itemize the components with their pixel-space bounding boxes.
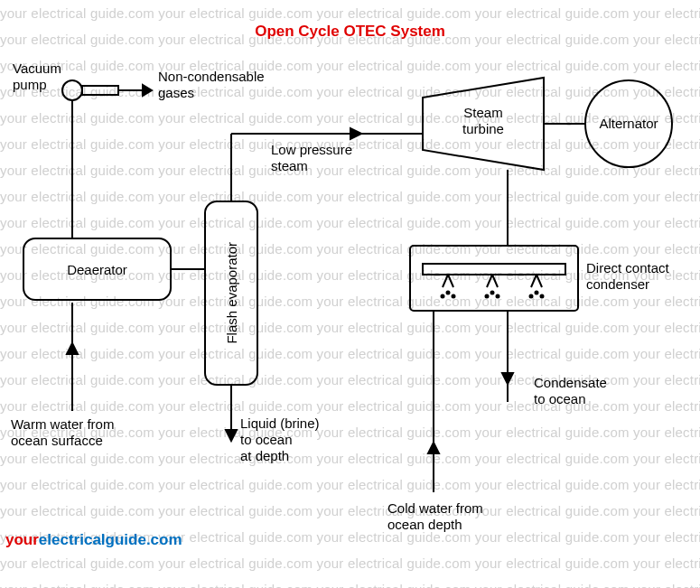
label-liquid-brine: Liquid (brine) to ocean at depth (240, 415, 320, 464)
site-watermark: yourelectricalguide.com (5, 531, 182, 549)
svg-rect-17 (410, 246, 578, 311)
svg-text:turbine: turbine (462, 121, 504, 136)
svg-point-26 (530, 295, 533, 298)
label-low-pressure-steam: Low pressure steam (271, 142, 352, 174)
svg-marker-31 (428, 443, 439, 453)
svg-text:Alternator: Alternator (599, 116, 658, 131)
site-prefix: your (5, 531, 39, 548)
diagram-title: Open Cycle OTEC System (0, 23, 700, 41)
svg-marker-6 (67, 343, 78, 354)
svg-marker-3 (143, 85, 152, 96)
svg-marker-10 (350, 128, 361, 139)
svg-marker-29 (502, 373, 513, 384)
svg-point-20 (442, 295, 444, 298)
label-warm-water: Warm water from ocean surfacce (11, 416, 114, 449)
flash-evaporator-text: Flash evaporator (224, 242, 239, 344)
label-non-condensable: Non-condensable gases (158, 69, 265, 101)
svg-point-24 (497, 295, 499, 298)
svg-point-14 (585, 80, 672, 167)
svg-point-22 (491, 292, 494, 294)
svg-point-25 (536, 292, 538, 294)
label-cold-water: Cold water from ocean depth (387, 500, 483, 533)
svg-marker-33 (226, 430, 237, 441)
svg-point-23 (486, 295, 489, 298)
svg-point-0 (62, 80, 82, 100)
svg-text:Steam: Steam (463, 105, 502, 120)
svg-rect-18 (423, 264, 565, 275)
site-rest: electricalguide.com (39, 531, 182, 548)
svg-point-27 (541, 295, 544, 298)
svg-rect-1 (82, 86, 118, 95)
block-deaerator: Deaerator (23, 238, 172, 301)
label-condensate: Condensate to ocean (534, 375, 607, 407)
svg-point-19 (447, 292, 450, 294)
svg-point-21 (453, 295, 455, 298)
block-flash-evaporator: Flash evaporator (204, 201, 258, 386)
label-direct-contact-condenser: Direct contact condenser (586, 260, 669, 293)
deaerator-text: Deaerator (67, 262, 127, 277)
label-vacuum-pump: Vacuum pump (13, 61, 61, 93)
